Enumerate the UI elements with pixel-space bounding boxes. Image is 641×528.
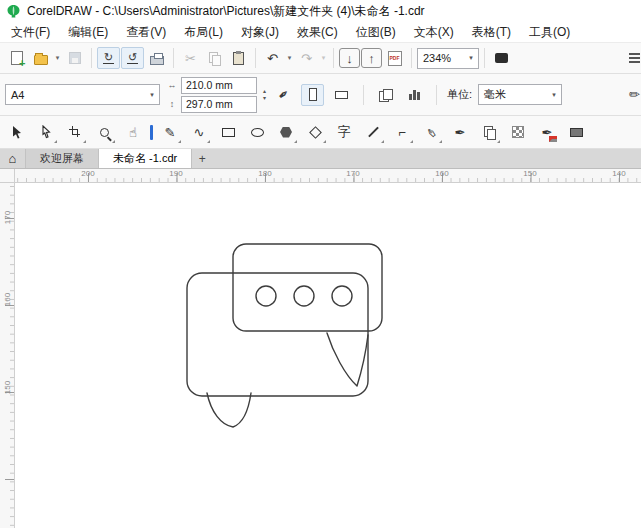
transparency-tool[interactable]	[506, 120, 530, 144]
units-combo-arrow[interactable]: ▾	[547, 85, 561, 104]
stepper-down-icon[interactable]: ▾	[263, 95, 266, 102]
ellipse-tool[interactable]	[245, 120, 269, 144]
toolbox: ☝ ✎ ∿ 字 ⌐ ✑ ✒ ✒	[0, 116, 641, 149]
back-bubble-shape[interactable]	[233, 244, 382, 331]
menu-bar: 文件(F) 编辑(E) 查看(V) 布局(L) 对象(J) 效果(C) 位图(B…	[0, 22, 641, 43]
dot-circle-1[interactable]	[256, 286, 276, 306]
zoom-level-combo[interactable]: 234% ▾	[417, 48, 479, 69]
ruler-origin-corner[interactable]	[0, 169, 15, 183]
left-tail-shape[interactable]	[207, 393, 251, 427]
speech-bubbles-drawing[interactable]	[15, 183, 641, 528]
open-dropdown-arrow[interactable]: ▾	[53, 47, 62, 69]
text-tool-icon: 字	[338, 123, 351, 141]
dot-circle-3[interactable]	[332, 286, 352, 306]
home-button[interactable]: ⌂	[0, 149, 26, 168]
menu-file[interactable]: 文件(F)	[2, 22, 59, 43]
tab-document[interactable]: 未命名 -1.cdr	[99, 149, 192, 168]
dimension-tool[interactable]	[361, 120, 385, 144]
outline-pen-tool[interactable]: ✒	[448, 120, 472, 144]
shape-tool[interactable]	[34, 120, 58, 144]
pages-icon	[379, 89, 392, 101]
vertical-ruler[interactable]: 170 160 150	[0, 183, 15, 528]
separator	[255, 48, 256, 68]
save-to-cloud-button[interactable]: ↺	[121, 47, 144, 69]
smart-fill-tool[interactable]	[564, 120, 588, 144]
freehand-pen-icon: ✎	[165, 125, 176, 140]
pan-tool[interactable]: ☝	[121, 120, 145, 144]
polygon-tool[interactable]	[274, 120, 298, 144]
print-icon	[150, 56, 164, 65]
pick-cursor-icon	[11, 125, 23, 139]
paste-button[interactable]	[227, 47, 250, 69]
eyedropper-icon: ✑	[422, 123, 441, 141]
print-button[interactable]	[145, 47, 168, 69]
page-bars-icon	[409, 89, 421, 100]
new-document-button[interactable]	[5, 47, 28, 69]
current-page-button[interactable]	[403, 84, 426, 106]
menu-text[interactable]: 文本(X)	[405, 22, 463, 43]
zoom-tool[interactable]	[92, 120, 116, 144]
page-preset-arrow[interactable]: ▾	[145, 85, 159, 104]
open-button[interactable]	[29, 47, 52, 69]
menu-layout[interactable]: 布局(L)	[175, 22, 232, 43]
right-tail-shape[interactable]	[327, 333, 368, 386]
stepper-up-icon[interactable]: ▴	[263, 88, 266, 95]
menu-edit[interactable]: 编辑(E)	[59, 22, 117, 43]
artistic-media-tool[interactable]: ∿	[187, 120, 211, 144]
page-width-field[interactable]: 210.0 mm	[181, 77, 257, 94]
full-screen-preview-button[interactable]	[490, 47, 513, 69]
menu-view[interactable]: 查看(V)	[117, 22, 175, 43]
dot-circle-2[interactable]	[294, 286, 314, 306]
undo-dropdown-arrow[interactable]: ▾	[285, 47, 294, 69]
toolbar-overflow-button[interactable]	[623, 47, 641, 69]
tab-document-label: 未命名 -1.cdr	[113, 151, 177, 166]
new-tab-button[interactable]: +	[192, 149, 212, 168]
window-title: CorelDRAW - C:\Users\Administrator\Pictu…	[27, 3, 425, 20]
propbar-overflow-button[interactable]: ✏	[623, 84, 641, 106]
import-button[interactable]: ↓	[339, 48, 360, 68]
menu-bitmaps[interactable]: 位图(B)	[347, 22, 405, 43]
ruler-label: 170	[3, 211, 12, 225]
units-combo[interactable]: 毫米 ▾	[478, 84, 562, 105]
eyedropper-tool[interactable]: ✑	[419, 120, 443, 144]
publish-pdf-button[interactable]: PDF	[383, 47, 406, 69]
page-size-preset-combo[interactable]: A4 ▾	[5, 84, 160, 105]
horizontal-ruler[interactable]: 200 190 180 170 160 150 140	[15, 169, 641, 183]
brush-stroke-icon: ∿	[194, 125, 205, 140]
dimension-stepper[interactable]: ▴▾	[263, 88, 266, 102]
crop-tool[interactable]	[63, 120, 87, 144]
pick-tool[interactable]	[5, 120, 29, 144]
export-button[interactable]: ↑	[361, 48, 382, 68]
zoom-combo-arrow[interactable]: ▾	[464, 49, 478, 68]
menu-effects[interactable]: 效果(C)	[288, 22, 347, 43]
connector-tool[interactable]: ⌐	[390, 120, 414, 144]
rectangle-tool[interactable]	[216, 120, 240, 144]
landscape-orientation-button[interactable]	[330, 84, 353, 106]
separator	[173, 48, 174, 68]
interactive-fill-tool[interactable]: ✒	[535, 120, 559, 144]
undo-button[interactable]: ↶	[261, 47, 284, 69]
tab-welcome-screen[interactable]: 欢迎屏幕	[26, 149, 99, 168]
units-label: 单位:	[447, 87, 472, 102]
page-settings-button[interactable]: ✒	[272, 84, 295, 106]
cloud-download-icon: ↻	[103, 52, 114, 64]
document-tab-bar: ⌂ 欢迎屏幕 未命名 -1.cdr +	[0, 149, 641, 169]
open-from-cloud-button[interactable]: ↻	[97, 47, 120, 69]
lines-icon	[629, 53, 640, 63]
cut-button: ✂	[179, 47, 202, 69]
freehand-tool[interactable]: ✎	[158, 120, 182, 144]
canvas-area: 170 160 150	[0, 183, 641, 528]
page-height-field[interactable]: 297.0 mm	[181, 96, 257, 113]
text-tool[interactable]: 字	[332, 120, 356, 144]
menu-object[interactable]: 对象(J)	[232, 22, 288, 43]
common-shapes-tool[interactable]	[303, 120, 327, 144]
shadow-tool[interactable]	[477, 120, 501, 144]
portrait-orientation-button[interactable]	[301, 84, 324, 106]
menu-table[interactable]: 表格(T)	[463, 22, 520, 43]
all-pages-button[interactable]	[374, 84, 397, 106]
drawing-page[interactable]	[15, 183, 641, 528]
menu-tools[interactable]: 工具(O)	[520, 22, 579, 43]
ruler-label: 140	[612, 169, 625, 178]
front-bubble-shape[interactable]	[187, 273, 368, 396]
ruler-label: 160	[3, 293, 12, 307]
